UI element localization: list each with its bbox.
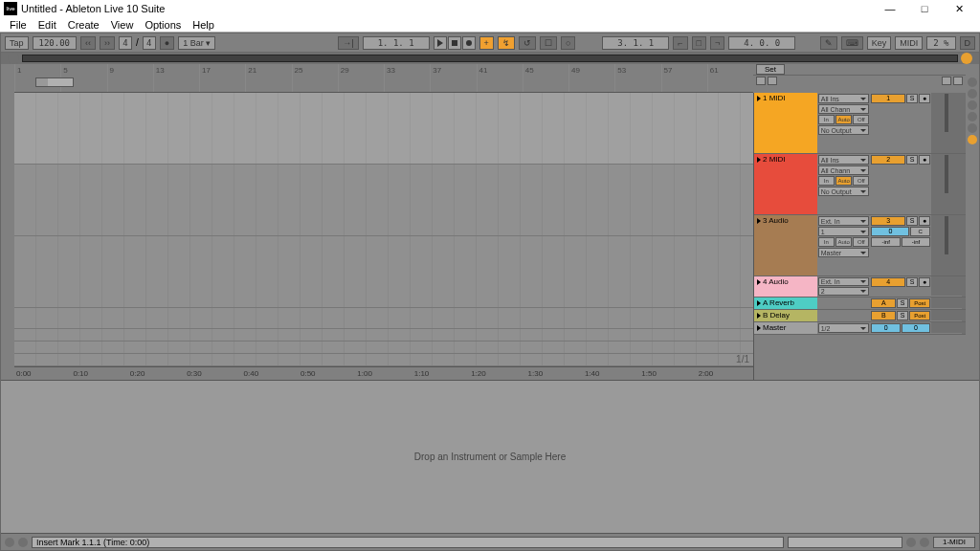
- track-fold-handle[interactable]: [962, 154, 966, 214]
- solo-button[interactable]: S: [906, 277, 918, 287]
- input-type-selector[interactable]: Ext. In: [818, 216, 870, 226]
- track-name[interactable]: 4 Audio: [754, 276, 817, 297]
- lock-envelopes-button[interactable]: [953, 77, 963, 85]
- menu-view[interactable]: View: [105, 19, 140, 31]
- record-button[interactable]: [462, 36, 476, 50]
- time-ruler[interactable]: 0:00 0:10 0:20 0:30 0:40 0:50 1:00 1:10 …: [14, 366, 753, 380]
- post-button[interactable]: Post: [909, 311, 930, 320]
- computer-midi-keyboard-button[interactable]: ⌨: [841, 36, 863, 50]
- monitor-in-button[interactable]: In: [818, 237, 835, 247]
- arrangement-overview[interactable]: [22, 55, 958, 62]
- master-track[interactable]: Master 1/2 00: [754, 322, 966, 335]
- unfold-icon[interactable]: [757, 218, 761, 224]
- draw-mode-button[interactable]: ✎: [820, 36, 837, 50]
- back-to-arrangement-button[interactable]: [756, 77, 766, 85]
- reenable-automation-button[interactable]: ↺: [519, 36, 536, 50]
- track-name[interactable]: 1 MIDI: [754, 93, 817, 153]
- send-b[interactable]: -inf: [902, 237, 930, 247]
- nudge-up-button[interactable]: ››: [100, 36, 115, 50]
- output-type-selector[interactable]: No Output: [818, 187, 870, 196]
- track-fold-handle[interactable]: [962, 276, 966, 297]
- track-header-midi-2[interactable]: 2 MIDI All Ins All Chann InAutoOff No Ou…: [754, 154, 966, 215]
- track-name[interactable]: 3 Audio: [754, 215, 817, 276]
- show-delay-button[interactable]: [968, 123, 977, 133]
- monitor-auto-button[interactable]: Auto: [835, 115, 852, 124]
- track-lane[interactable]: [14, 93, 753, 165]
- unfold-icon[interactable]: [757, 96, 761, 101]
- window-close[interactable]: ✕: [942, 0, 976, 17]
- arm-button[interactable]: ●: [919, 216, 930, 226]
- track-name[interactable]: 2 MIDI: [754, 154, 817, 214]
- post-button[interactable]: Post: [909, 298, 930, 308]
- menu-file[interactable]: File: [4, 19, 33, 31]
- unfold-icon[interactable]: [757, 313, 761, 319]
- loop-length[interactable]: 4. 0. 0: [728, 36, 795, 50]
- output-type-selector[interactable]: No Output: [818, 125, 870, 135]
- track-activator[interactable]: 1: [871, 94, 905, 103]
- arm-button[interactable]: ●: [919, 94, 930, 103]
- capture-button[interactable]: ☐: [540, 36, 557, 50]
- monitor-auto-button[interactable]: Auto: [835, 176, 852, 186]
- unfold-icon[interactable]: [757, 300, 761, 306]
- track-name[interactable]: B Delay: [754, 310, 817, 321]
- monitor-off-button[interactable]: Off: [853, 237, 869, 247]
- automation-mode-toggle[interactable]: [942, 77, 951, 85]
- arm-button[interactable]: ●: [919, 277, 930, 287]
- input-channel-selector[interactable]: All Chann: [818, 104, 870, 114]
- menu-edit[interactable]: Edit: [33, 19, 62, 31]
- io-section-toggle[interactable]: [961, 53, 972, 64]
- tap-tempo-button[interactable]: Tap: [5, 36, 29, 50]
- track-lane[interactable]: [14, 236, 753, 308]
- solo-button[interactable]: S: [906, 94, 918, 103]
- browser-toggle-icon[interactable]: [8, 53, 19, 64]
- loop-switch[interactable]: □: [692, 36, 706, 50]
- track-name[interactable]: A Reverb: [754, 298, 817, 309]
- monitor-off-button[interactable]: Off: [853, 115, 869, 124]
- input-type-selector[interactable]: All Ins: [818, 94, 870, 103]
- track-lane[interactable]: [14, 308, 753, 329]
- output-type-selector[interactable]: Master: [818, 248, 870, 257]
- play-button[interactable]: [434, 36, 447, 50]
- solo-button[interactable]: S: [906, 155, 918, 165]
- track-activator[interactable]: 2: [871, 155, 905, 165]
- set-marker-button[interactable]: Set: [756, 64, 785, 75]
- track-header-audio-3[interactable]: 3 Audio Ext. In 1 InAutoOff Master 3S● 0…: [754, 215, 966, 276]
- device-drop-zone[interactable]: Drop an Instrument or Sample Here: [1, 380, 979, 533]
- track-header-midi-1[interactable]: 1 MIDI All Ins All Chann In Auto Off No …: [754, 93, 966, 154]
- follow-button[interactable]: →|: [338, 36, 358, 50]
- stop-button[interactable]: [448, 36, 461, 50]
- add-locator-button[interactable]: [768, 77, 777, 85]
- nudge-down-button[interactable]: ‹‹: [80, 36, 96, 50]
- arrangement-position[interactable]: 1. 1. 1: [363, 36, 430, 50]
- cue-volume[interactable]: 0: [902, 323, 930, 333]
- status-field-2[interactable]: [788, 537, 902, 548]
- master-volume[interactable]: 0: [871, 323, 900, 333]
- solo-button[interactable]: S: [906, 216, 918, 226]
- track-lane[interactable]: [14, 329, 753, 342]
- beat-ruler[interactable]: 1 5 9 13 17 21 25 29 33 37 41 45 49 53: [14, 64, 753, 93]
- session-record-button[interactable]: ○: [561, 36, 575, 50]
- monitor-in-button[interactable]: In: [818, 176, 835, 186]
- unfold-icon[interactable]: [757, 279, 761, 285]
- quantization-selector[interactable]: 1 Bar ▾: [178, 36, 215, 50]
- track-header-audio-4[interactable]: 4 Audio Ext. In 2 4S●: [754, 276, 966, 298]
- cue-out-selector[interactable]: 1/2: [818, 323, 870, 333]
- status-track-selector[interactable]: 1-MIDI: [933, 537, 975, 548]
- unfold-icon[interactable]: [757, 325, 761, 331]
- input-channel-selector[interactable]: 1: [818, 227, 870, 236]
- track-name[interactable]: Master: [754, 322, 817, 334]
- track-lane[interactable]: [14, 354, 753, 366]
- automation-arm-button[interactable]: ↯: [498, 36, 515, 50]
- timesig-denominator[interactable]: 4: [143, 36, 156, 50]
- track-lane[interactable]: [14, 342, 753, 354]
- menu-options[interactable]: Options: [139, 19, 187, 31]
- monitor-auto-button[interactable]: Auto: [835, 237, 852, 247]
- menu-create[interactable]: Create: [62, 19, 105, 31]
- input-channel-selector[interactable]: All Chann: [818, 165, 870, 175]
- track-pan[interactable]: C: [910, 227, 930, 236]
- punch-out-button[interactable]: ¬: [710, 36, 724, 50]
- solo-button[interactable]: S: [897, 298, 908, 308]
- key-map-button[interactable]: Key: [867, 36, 892, 50]
- loop-brace[interactable]: [35, 77, 74, 87]
- unfold-icon[interactable]: [757, 157, 761, 163]
